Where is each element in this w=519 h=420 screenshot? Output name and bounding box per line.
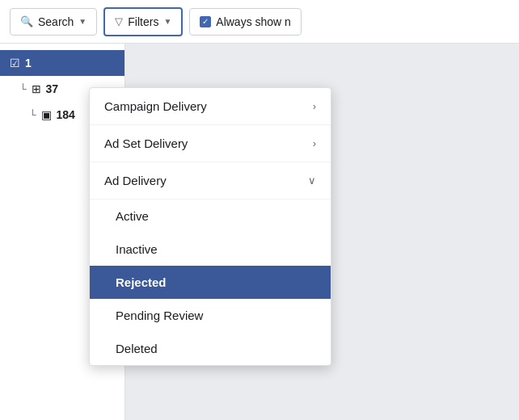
active-label: Active (116, 209, 149, 223)
always-show-label: Always show n (216, 15, 291, 28)
campaign-delivery-label: Campaign Delivery (104, 99, 207, 113)
tree-connector-adsets: └ (19, 83, 27, 94)
ads-count: 184 (57, 108, 75, 121)
deleted-label: Deleted (116, 342, 158, 355)
dropdown-item-campaign-delivery[interactable]: Campaign Delivery › (90, 88, 331, 125)
dropdown-item-adset-delivery[interactable]: Ad Set Delivery › (90, 125, 331, 162)
sub-item-pending-review[interactable]: Pending Review (90, 299, 331, 332)
adsets-count: 37 (46, 82, 59, 95)
ad-delivery-label: Ad Delivery (104, 174, 167, 187)
toolbar: 🔍 Search ▼ ▽ Filters ▼ ✓ Always show n (0, 0, 519, 44)
campaign-checkbox-icon: ☑ (10, 57, 20, 69)
search-label: Search (38, 15, 74, 28)
ad-delivery-expand-icon: ∨ (308, 174, 316, 187)
checkbox-icon: ✓ (200, 16, 211, 27)
sub-item-rejected[interactable]: Rejected (90, 266, 331, 299)
tree-item-campaigns[interactable]: ☑ 1 (0, 50, 124, 76)
search-icon: 🔍 (20, 15, 33, 27)
rejected-label: Rejected (116, 275, 167, 289)
filters-dropdown: Campaign Delivery › Ad Set Delivery › Ad… (89, 87, 331, 366)
adsets-icon: ⊞ (32, 82, 41, 95)
adset-delivery-label: Ad Set Delivery (104, 136, 188, 150)
ads-icon: ▣ (41, 108, 52, 121)
sub-item-inactive[interactable]: Inactive (90, 233, 331, 266)
sub-item-active[interactable]: Active (90, 200, 331, 233)
inactive-label: Inactive (116, 242, 158, 256)
filters-button[interactable]: ▽ Filters ▼ (103, 7, 183, 36)
tree-connector-ads: └ (29, 109, 36, 120)
main-content: ☑ 1 └ ⊞ 37 └ ▣ 184 Campaign Delivery › A… (0, 44, 519, 420)
pending-review-label: Pending Review (116, 309, 203, 322)
sub-item-deleted[interactable]: Deleted (90, 332, 331, 365)
search-button[interactable]: 🔍 Search ▼ (10, 8, 97, 36)
filters-label: Filters (128, 15, 158, 28)
search-chevron-icon: ▼ (78, 17, 86, 26)
always-show-button[interactable]: ✓ Always show n (189, 8, 302, 36)
filters-chevron-icon: ▼ (163, 17, 171, 26)
filter-icon: ▽ (115, 15, 123, 27)
campaigns-count: 1 (25, 57, 32, 69)
adset-delivery-chevron-icon: › (313, 137, 316, 149)
campaign-delivery-chevron-icon: › (313, 100, 316, 112)
dropdown-item-ad-delivery[interactable]: Ad Delivery ∨ (90, 162, 331, 200)
